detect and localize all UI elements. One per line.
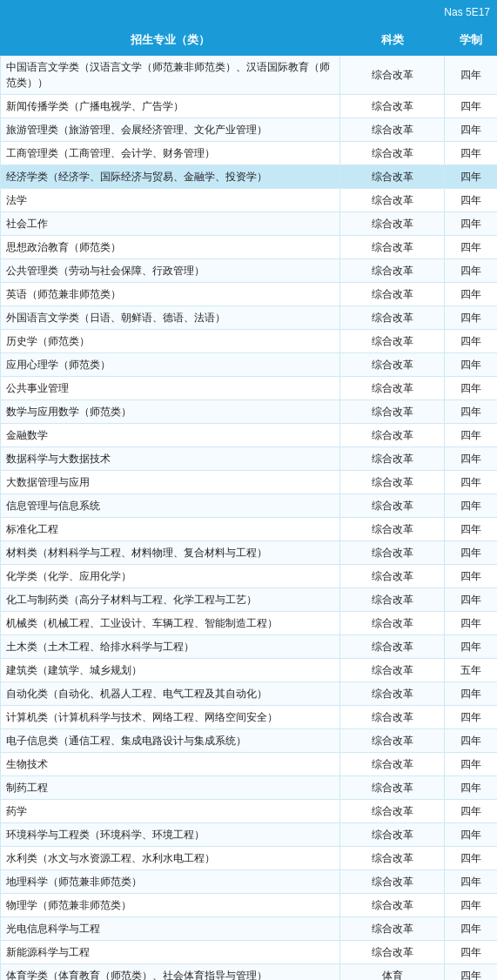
cell-major: 数学与应用数学（师范类） <box>1 400 340 424</box>
table-row: 机械类（机械工程、工业设计、车辆工程、智能制造工程）综合改革四年 <box>1 612 498 635</box>
cell-major: 电子信息类（通信工程、集成电路设计与集成系统） <box>1 729 340 753</box>
table-row: 物理学（师范兼非师范类）综合改革四年 <box>1 894 498 917</box>
table-row: 材料类（材料科学与工程、材料物理、复合材料与工程）综合改革四年 <box>1 541 498 565</box>
cell-year: 四年 <box>445 565 498 588</box>
table-row: 社会工作综合改革四年 <box>1 212 498 236</box>
table-row: 英语（师范兼非师范类）综合改革四年 <box>1 283 498 306</box>
cell-type: 综合改革 <box>340 659 445 682</box>
cell-year: 四年 <box>445 306 498 330</box>
table-row: 水利类（水文与水资源工程、水利水电工程）综合改革四年 <box>1 847 498 870</box>
cell-type: 综合改革 <box>340 400 445 424</box>
cell-major: 物理学（师范兼非师范类） <box>1 894 340 917</box>
cell-major: 计算机类（计算机科学与技术、网络工程、网络空间安全） <box>1 706 340 729</box>
table-row: 自动化类（自动化、机器人工程、电气工程及其自动化）综合改革四年 <box>1 682 498 706</box>
cell-type: 综合改革 <box>340 95 445 118</box>
cell-year: 四年 <box>445 189 498 212</box>
cell-type: 综合改革 <box>340 212 445 236</box>
table-row: 外国语言文学类（日语、朝鲜语、德语、法语）综合改革四年 <box>1 306 498 330</box>
table-row: 生物技术综合改革四年 <box>1 753 498 776</box>
cell-major: 生物技术 <box>1 753 340 776</box>
cell-year: 四年 <box>445 941 498 964</box>
cell-major: 中国语言文学类（汉语言文学（师范兼非师范类）、汉语国际教育（师范类）） <box>1 56 340 95</box>
brand-label: Nas 5E17 <box>444 6 490 18</box>
table-row: 电子信息类（通信工程、集成电路设计与集成系统）综合改革四年 <box>1 729 498 753</box>
cell-major: 机械类（机械工程、工业设计、车辆工程、智能制造工程） <box>1 612 340 635</box>
table-row: 光电信息科学与工程综合改革四年 <box>1 917 498 941</box>
cell-type: 综合改革 <box>340 236 445 259</box>
cell-type: 综合改革 <box>340 142 445 165</box>
table-row: 数据科学与大数据技术综合改革四年 <box>1 447 498 471</box>
table-row: 中国语言文学类（汉语言文学（师范兼非师范类）、汉语国际教育（师范类））综合改革四… <box>1 56 498 95</box>
table-row: 旅游管理类（旅游管理、会展经济管理、文化产业管理）综合改革四年 <box>1 118 498 142</box>
cell-year: 四年 <box>445 894 498 917</box>
table-row: 化工与制药类（高分子材料与工程、化学工程与工艺）综合改革四年 <box>1 588 498 612</box>
cell-major: 数据科学与大数据技术 <box>1 447 340 471</box>
cell-year: 四年 <box>445 870 498 894</box>
cell-type: 综合改革 <box>340 706 445 729</box>
cell-major: 新闻传播学类（广播电视学、广告学） <box>1 95 340 118</box>
cell-year: 四年 <box>445 917 498 941</box>
cell-year: 四年 <box>445 776 498 800</box>
cell-major: 环境科学与工程类（环境科学、环境工程） <box>1 823 340 847</box>
cell-year: 四年 <box>445 635 498 659</box>
col-header-type: 科类 <box>340 25 445 56</box>
cell-major: 英语（师范兼非师范类） <box>1 283 340 306</box>
cell-year: 四年 <box>445 56 498 95</box>
cell-year: 四年 <box>445 964 498 981</box>
cell-major: 建筑类（建筑学、城乡规划） <box>1 659 340 682</box>
cell-type: 综合改革 <box>340 471 445 494</box>
cell-type: 综合改革 <box>340 823 445 847</box>
cell-major: 土木类（土木工程、给排水科学与工程） <box>1 635 340 659</box>
cell-major: 地理科学（师范兼非师范类） <box>1 870 340 894</box>
cell-type: 综合改革 <box>340 800 445 823</box>
cell-major: 外国语言文学类（日语、朝鲜语、德语、法语） <box>1 306 340 330</box>
table-row: 数学与应用数学（师范类）综合改革四年 <box>1 400 498 424</box>
cell-year: 四年 <box>445 682 498 706</box>
cell-major: 制药工程 <box>1 776 340 800</box>
cell-year: 四年 <box>445 424 498 447</box>
cell-major: 材料类（材料科学与工程、材料物理、复合材料与工程） <box>1 541 340 565</box>
cell-major: 应用心理学（师范类） <box>1 353 340 377</box>
cell-type: 综合改革 <box>340 353 445 377</box>
table-row: 计算机类（计算机科学与技术、网络工程、网络空间安全）综合改革四年 <box>1 706 498 729</box>
cell-year: 四年 <box>445 729 498 753</box>
cell-type: 综合改革 <box>340 118 445 142</box>
cell-year: 四年 <box>445 283 498 306</box>
cell-type: 综合改革 <box>340 189 445 212</box>
cell-type: 综合改革 <box>340 917 445 941</box>
cell-type: 综合改革 <box>340 847 445 870</box>
cell-type: 综合改革 <box>340 330 445 353</box>
cell-major: 金融数学 <box>1 424 340 447</box>
cell-major: 自动化类（自动化、机器人工程、电气工程及其自动化） <box>1 682 340 706</box>
cell-type: 综合改革 <box>340 447 445 471</box>
table-row: 公共管理类（劳动与社会保障、行政管理）综合改革四年 <box>1 259 498 283</box>
table-row: 土木类（土木工程、给排水科学与工程）综合改革四年 <box>1 635 498 659</box>
table-row: 信息管理与信息系统综合改革四年 <box>1 494 498 518</box>
cell-major: 新能源科学与工程 <box>1 941 340 964</box>
cell-type: 综合改革 <box>340 776 445 800</box>
cell-major: 体育学类（体育教育（师范类）、社会体育指导与管理） <box>1 964 340 981</box>
table-row: 建筑类（建筑学、城乡规划）综合改革五年 <box>1 659 498 682</box>
table-row: 思想政治教育（师范类）综合改革四年 <box>1 236 498 259</box>
cell-year: 四年 <box>445 706 498 729</box>
cell-type: 综合改革 <box>340 565 445 588</box>
cell-year: 四年 <box>445 753 498 776</box>
cell-year: 四年 <box>445 471 498 494</box>
table-row: 法学综合改革四年 <box>1 189 498 212</box>
cell-major: 大数据管理与应用 <box>1 471 340 494</box>
col-header-year: 学制 <box>445 25 498 56</box>
cell-year: 四年 <box>445 518 498 541</box>
cell-major: 社会工作 <box>1 212 340 236</box>
table-row: 环境科学与工程类（环境科学、环境工程）综合改革四年 <box>1 823 498 847</box>
table-header-row: 招生专业（类） 科类 学制 <box>1 25 498 56</box>
table-row: 标准化工程综合改革四年 <box>1 518 498 541</box>
cell-year: 四年 <box>445 259 498 283</box>
table-row: 化学类（化学、应用化学）综合改革四年 <box>1 565 498 588</box>
table-row: 药学综合改革四年 <box>1 800 498 823</box>
cell-type: 综合改革 <box>340 682 445 706</box>
cell-type: 综合改革 <box>340 56 445 95</box>
cell-type: 综合改革 <box>340 753 445 776</box>
cell-year: 四年 <box>445 330 498 353</box>
table-row: 新闻传播学类（广播电视学、广告学）综合改革四年 <box>1 95 498 118</box>
cell-year: 四年 <box>445 165 498 189</box>
